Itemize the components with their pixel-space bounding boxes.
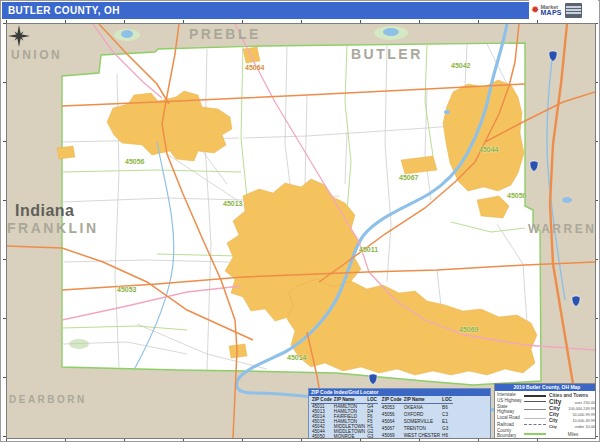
zip-table-row: 45053OKEANAB6 (381, 403, 453, 411)
logo-badge (565, 3, 582, 18)
zip-index-table: ZIP Code Index/Grid Locator ZIP CodeZIP … (308, 388, 491, 439)
zip-table-row: 45067TRENTONG3 (381, 425, 453, 432)
city-class-range: 10,000-49,999 (573, 419, 597, 424)
legend-item-label: US Highway (497, 399, 524, 404)
city-class-range: 100,000-249,999 (568, 407, 596, 412)
legend-swatch-line-dash (524, 424, 546, 427)
map-canvas: UNIONPREBLEBUTLERIndianaFRANKLINWARRENDE… (6, 23, 596, 439)
city-class-sample: City (549, 412, 559, 417)
city-class-sample: City (549, 424, 557, 429)
zip-table-header-row: ZIP CodeZIP NameLOC (381, 397, 453, 403)
zip-table-cell: WEST CHESTER (403, 432, 441, 439)
zip-table-column-header: ZIP Code (311, 397, 333, 403)
map-legend: 2019 Butler County, OH Map InterstateUS … (494, 383, 596, 439)
zip-table-cell: OKEANA (403, 403, 441, 411)
legend-swatch-line-thick (524, 393, 546, 397)
zip-table-row: 45011HAMILTONG4 (311, 403, 378, 409)
zip-table-row: 45056OXFORDC3 (381, 411, 453, 418)
zip-table-cell: B6 (441, 403, 453, 411)
zip-table-right: ZIP CodeZIP NameLOC 45053OKEANAB645056OX… (381, 397, 453, 439)
zip-table-cell: OXFORD (403, 411, 441, 418)
zip-table-cell: E1 (441, 418, 453, 425)
zip-table-column-header: LOC (441, 397, 453, 403)
zip-table-row: 45013HAMILTOND4 (311, 409, 378, 414)
city-class-sample: City (549, 418, 558, 423)
zip-table-cell: TRENTON (403, 425, 441, 432)
zip-table-cell: 45069 (381, 432, 403, 439)
legend-item-local-road: Local Road (497, 416, 546, 421)
zip-table-left: ZIP CodeZIP NameLOC 45011HAMILTONG445013… (311, 397, 378, 439)
legend-swatch-line-thin (524, 408, 546, 412)
zip-table-header-row: ZIP CodeZIP NameLOC (311, 397, 378, 403)
legend-scale: Miles 01234 (549, 432, 596, 439)
zip-table-title: ZIP Code Index/Grid Locator (309, 389, 490, 396)
legend-city-class-row: Cityunder 10,000 (549, 424, 596, 430)
zip-table-cell: MONROE (333, 434, 366, 439)
legend-title: 2019 Butler County, OH Map (495, 384, 596, 391)
zip-table-cell: 45053 (381, 403, 403, 411)
city-class-range: under 10,000 (575, 425, 596, 430)
legend-city-classes: Cityover 250,000City100,000-249,999City5… (549, 399, 596, 430)
zip-table-cell: 45064 (381, 418, 403, 425)
legend-item-us-highway: US Highway (497, 399, 546, 404)
scale-label: Miles (549, 432, 596, 437)
city-class-range: 50,000-99,999 (573, 413, 597, 418)
city-class-sample: City (549, 399, 561, 404)
legend-item-railroad: Railroad (497, 422, 546, 427)
legend-item-interstate: Interstate (497, 393, 546, 398)
zip-table-row: 45069WEST CHESTERH6 (381, 432, 453, 439)
logo-wordmark: Market MAPS (540, 5, 561, 15)
zip-table-column-header: ZIP Code (381, 397, 403, 403)
legend-item-label: Railroad (497, 423, 524, 428)
map-frame: UNIONPREBLEBUTLERIndianaFRANKLINWARRENDE… (2, 20, 598, 441)
compass-rose-icon (7, 24, 31, 48)
zip-table-cell: G3 (366, 434, 378, 439)
map-graphic (7, 24, 595, 438)
zip-table-cell: 45056 (381, 411, 403, 418)
legend-swatch-line-hair (524, 416, 546, 420)
zip-table-cell: H6 (441, 432, 453, 439)
city-class-range: over 250,000 (575, 401, 596, 406)
zip-table-column-header: LOC (366, 397, 378, 403)
legend-item-county-boundary: County Boundary (497, 429, 546, 438)
legend-swatch-line-med (524, 399, 546, 403)
legend-item-label: Interstate (497, 393, 524, 398)
map-title-bar: BUTLER COUNTY, OH (2, 2, 529, 19)
zip-table-row: 45064SOMERVILLEE1 (381, 418, 453, 425)
brand-logo: ✹ Market MAPS (529, 0, 598, 20)
zip-table-cell: G3 (441, 425, 453, 432)
logo-star-icon: ✹ (531, 5, 539, 15)
zip-table-cell: C3 (441, 411, 453, 418)
page: BUTLER COUNTY, OH ✹ Market MAPS (0, 0, 600, 442)
legend-symbol-list: InterstateUS HighwayState HighwayLocal R… (497, 393, 546, 439)
legend-item-label: County Boundary (497, 429, 524, 438)
logo-word-bottom: MAPS (540, 10, 561, 15)
zip-table-row: 45050MONROEG3 (311, 434, 378, 439)
zip-table-cell: 45067 (381, 425, 403, 432)
legend-item-label: State Highway (497, 405, 524, 414)
legend-swatch-line-green (524, 432, 546, 436)
zip-table-cell: SOMERVILLE (403, 418, 441, 425)
legend-item-state-highway: State Highway (497, 405, 546, 414)
scale-bar (550, 438, 596, 439)
legend-item-label: Local Road (497, 416, 524, 421)
zip-table-cell: 45050 (311, 434, 333, 439)
